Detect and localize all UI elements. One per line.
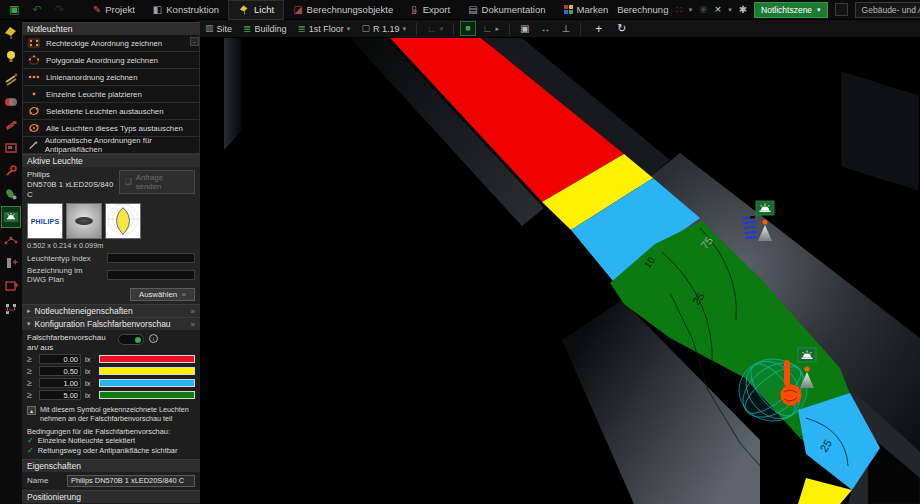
aktive-leuchte-header: Aktive Leuchte — [22, 154, 200, 167]
tool-single-luminaire[interactable]: Einzelne Leuchte platzieren — [22, 86, 200, 103]
energy-mode-icon[interactable] — [1, 183, 21, 205]
add-column-icon[interactable] — [1, 252, 21, 274]
falsecolor-section: Falschfarbenvorschau an/ aus i ≥ lx ≥ lx… — [22, 330, 200, 458]
rotate-view-icon[interactable]: ↻ — [613, 23, 630, 34]
tool-swap-all-of-type[interactable]: Alle Leuchten dieses Typs austauschen — [22, 120, 200, 137]
calc-status-icon[interactable]: ∷ — [675, 5, 681, 15]
solid-view-button[interactable]: ■ — [460, 21, 475, 36]
falsecolor-participate-icon: ▴ — [27, 406, 36, 415]
photometric-curve-thumbnail[interactable] — [105, 203, 141, 239]
threshold-1-color-swatch[interactable] — [99, 367, 195, 375]
tab-projekt[interactable]: ✎ Projekt — [84, 0, 144, 20]
anfrage-senden-button[interactable]: ❏ Anfrage senden — [119, 170, 195, 194]
tab-dokumentation[interactable]: ▤ Dokumentation — [459, 0, 554, 20]
cancel-dropdown-icon[interactable]: ▾ — [728, 6, 732, 14]
room-select[interactable]: ▢ R 1.19 ▾ — [357, 21, 410, 36]
tab-konstruktion[interactable]: ◧ Konstruktion — [144, 0, 228, 20]
pin-icon[interactable]: » — [191, 307, 195, 316]
eigenschaften-header[interactable]: Eigenschaften — [22, 459, 200, 472]
luminaire-index-input[interactable] — [107, 253, 195, 263]
threshold-0-input[interactable] — [39, 354, 81, 364]
tool-line-arrangement[interactable]: Linienanordnung zeichnen — [22, 69, 200, 86]
settings-gear-icon[interactable]: ✱ — [739, 5, 747, 15]
save-icon[interactable]: ▣ — [9, 4, 19, 15]
threshold-2-color-swatch[interactable] — [99, 379, 195, 387]
measure-icon[interactable]: ↔ — [536, 24, 554, 34]
threshold-2-input[interactable] — [39, 378, 81, 388]
tab-export[interactable]: ▯► Export — [402, 0, 459, 20]
add-area-icon[interactable] — [1, 275, 21, 297]
hierarchy-nodes-icon[interactable] — [1, 298, 21, 320]
luminaire-dimensions: 0.502 x 0.214 x 0.099m — [27, 241, 195, 250]
room-tool-icon[interactable] — [1, 137, 21, 159]
construction-icon: ◧ — [153, 5, 162, 15]
list-scroll-button[interactable]: ‑ — [190, 37, 199, 46]
projector-mode-icon[interactable] — [1, 114, 21, 136]
toolbar-separator — [509, 23, 510, 35]
notleuchten-props-header[interactable]: ▸ Notleuchteneigenschaften » — [22, 304, 200, 317]
luminaire-index-label: Leuchtentyp Index — [27, 254, 103, 263]
arrangement-curve-icon[interactable] — [1, 229, 21, 251]
falsecolor-config-header[interactable]: ▾ Konfiguration Falschfarbenvorschau » — [22, 317, 200, 330]
positionierung-header[interactable]: Positionierung — [22, 490, 200, 503]
colors-mode-icon[interactable] — [1, 91, 21, 113]
tab-licht[interactable]: Licht — [228, 0, 284, 20]
luminaire-photo-thumbnail[interactable] — [66, 203, 102, 239]
scene-dropdown-icon[interactable]: ▾ — [817, 6, 821, 14]
pin-icon[interactable]: » — [191, 320, 195, 329]
cancel-calc-icon[interactable]: × — [715, 4, 721, 15]
calc-dropdown-icon[interactable]: ▾ — [689, 6, 693, 14]
luminaire-model: DN570B 1 xLED20S/840 C — [27, 180, 119, 200]
falsecolor-toggle[interactable] — [118, 334, 144, 345]
threshold-3-color-swatch[interactable] — [99, 391, 195, 399]
tubes-mode-icon[interactable] — [1, 68, 21, 90]
zoom-fit-icon[interactable]: ▣ — [516, 24, 533, 34]
wireframe-view-button[interactable]: ∟ ▸ — [479, 21, 503, 36]
collapsed-caret-icon: ▸ — [27, 307, 31, 315]
floor-dropdown-icon[interactable]: ▾ — [347, 25, 351, 33]
tools-wrench-icon[interactable] — [1, 160, 21, 182]
rect-arrangement-icon — [28, 38, 40, 48]
conditions-title: Bedingungen für die Falschfarbenvorschau… — [27, 427, 195, 436]
aktive-leuchte-section: Philips DN570B 1 xLED20S/840 C ❏ Anfrage… — [22, 167, 200, 304]
view-mode-disabled-button[interactable]: ∟ ▾ — [423, 21, 447, 36]
condition-row-1: ✓ Rettungsweg oder Antipanikfläche sicht… — [27, 446, 195, 456]
scene-extra-button[interactable] — [835, 3, 848, 16]
luminaires-mode-icon[interactable] — [1, 22, 21, 44]
brand-logo-thumbnail[interactable]: PHILIPS — [27, 203, 63, 239]
auto-antipanic-icon — [28, 140, 39, 150]
tab-marken[interactable]: Marken — [555, 0, 618, 20]
lamps-mode-icon[interactable] — [1, 45, 21, 67]
toolbar-separator — [453, 23, 454, 35]
threshold-row-0: ≥ lx — [27, 354, 195, 365]
scene-canvas[interactable]: 10 25 75 25 — [200, 38, 920, 504]
redo-icon[interactable]: ↷ — [55, 4, 64, 15]
tool-auto-antipanic[interactable]: Automatische Anordnungen für Antipanikfl… — [22, 137, 200, 154]
room-dropdown-icon[interactable]: ▾ — [402, 25, 406, 33]
tool-swap-selected[interactable]: Selektierte Leuchten austauschen — [22, 103, 200, 120]
ruler-icon[interactable]: ⊥ — [557, 24, 574, 34]
dwg-name-input[interactable] — [107, 270, 195, 280]
planning-mode-box[interactable]: Gebäude- und Außenpla... — [855, 2, 920, 18]
building-button[interactable]: ≣ Building — [239, 21, 290, 36]
tab-berechnungsobjekte[interactable]: ◪ Berechnungsobjekte — [284, 0, 402, 20]
emergency-lighting-mode-icon[interactable] — [1, 206, 21, 228]
tool-rect-arrangement[interactable]: Rechteckige Anordnung zeichnen — [22, 35, 200, 52]
site-button[interactable]: ▥ Site — [201, 21, 236, 36]
move-icon[interactable]: + — [587, 23, 610, 35]
threshold-1-input[interactable] — [39, 366, 81, 376]
viewport-3d[interactable]: 10 25 75 25 — [200, 38, 920, 504]
name-input[interactable] — [67, 475, 195, 487]
threshold-0-color-swatch[interactable] — [99, 355, 195, 363]
threshold-3-input[interactable] — [39, 390, 81, 400]
undo-icon[interactable]: ↶ — [32, 4, 41, 15]
polygon-arrangement-icon — [28, 55, 40, 65]
info-icon[interactable]: i — [149, 334, 158, 343]
tool-polygon-arrangement[interactable]: Polygonale Anordnung zeichnen — [22, 52, 200, 69]
view-more-icon[interactable]: ▸ — [495, 25, 499, 33]
floor-select[interactable]: ≣ 1st Floor ▾ — [293, 21, 354, 36]
light-scene-button[interactable]: Notlichtszene ▾ — [754, 2, 828, 18]
auswaehlen-button[interactable]: Auswählen » — [130, 288, 195, 301]
menu-bar: ▣ ↶ ↷ ✎ Projekt ◧ Konstruktion Licht ◪ B… — [0, 0, 920, 20]
documentation-icon: ▤ — [468, 5, 477, 15]
